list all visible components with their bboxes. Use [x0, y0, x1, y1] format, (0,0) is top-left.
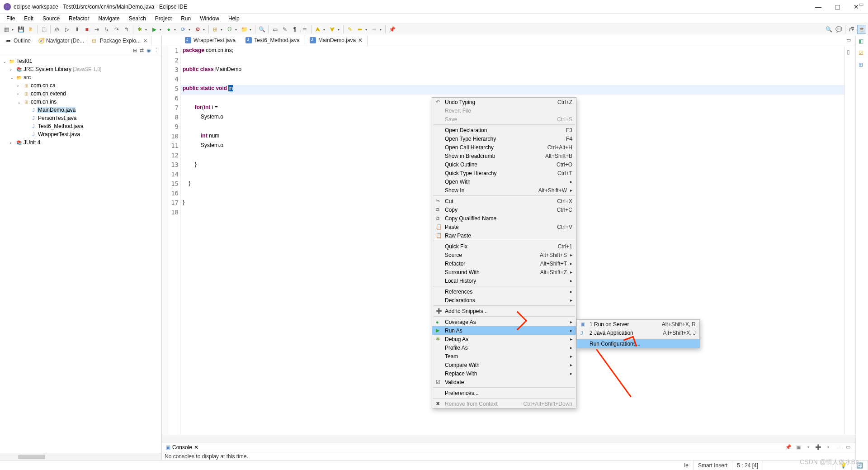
open-console-button[interactable]: ➕ [815, 444, 822, 451]
console-tab[interactable]: ▣Console✕ [162, 443, 202, 451]
minimize-console-button[interactable]: — [835, 444, 842, 451]
ext-tools-button[interactable]: ⚙ [193, 25, 202, 34]
new-folder-button[interactable]: 📁 [240, 25, 249, 34]
menu-item-undo-typing[interactable]: ↶Undo TypingCtrl+Z [432, 98, 576, 106]
menu-search[interactable]: Search [125, 14, 150, 23]
menu-item-copy[interactable]: ⧉CopyCtrl+C [432, 205, 576, 214]
pin-console-button[interactable]: 📌 [785, 444, 792, 451]
run-button[interactable]: ▶ [150, 25, 159, 34]
menu-item-refactor[interactable]: RefactorAlt+Shift+T▸ [432, 259, 576, 268]
new-dd[interactable]: ▾ [12, 28, 15, 32]
an-dd[interactable]: ▾ [338, 28, 341, 32]
expand-icon[interactable]: › [10, 140, 15, 145]
npkg-dd[interactable]: ▾ [221, 28, 224, 32]
menu-item-quick-outline[interactable]: Quick OutlineCtrl+O [432, 160, 576, 169]
wrap-button[interactable]: ≣ [300, 25, 309, 34]
menu-project[interactable]: Project [151, 14, 175, 23]
debug-dd[interactable]: ▾ [145, 28, 149, 32]
fw-dd[interactable]: ▾ [380, 28, 383, 32]
tab-navigator[interactable]: 🧭Navigator (De... [34, 36, 88, 45]
menu-item-show-in[interactable]: Show InAlt+Shift+W▸ [432, 186, 576, 195]
menu-item-show-in-breadcrumb[interactable]: Show in BreadcrumbAlt+Shift+B [432, 152, 576, 160]
menu-help[interactable]: Help [225, 14, 243, 23]
annotation-prev-button[interactable]: ⮝ [313, 25, 322, 34]
expand-icon[interactable]: › [17, 91, 23, 96]
collapse-all-button[interactable]: ⊟ [133, 47, 137, 53]
new-package-button[interactable]: ⊞ [211, 25, 220, 34]
disconnect-button[interactable]: ⇥ [92, 25, 101, 34]
focus-task-button[interactable]: ◉ [146, 47, 151, 53]
resume-button[interactable]: ▷ [62, 25, 71, 34]
menu-item-source[interactable]: SourceAlt+Shift+S▸ [432, 251, 576, 259]
menu-item-preferences[interactable]: Preferences... [432, 389, 576, 397]
tab-outline[interactable]: ≔Outline [2, 36, 34, 45]
menu-navigate[interactable]: Navigate [94, 14, 123, 23]
step-return-button[interactable]: ↰ [122, 25, 131, 34]
menu-item-raw-paste[interactable]: 📋Raw Paste [432, 231, 576, 240]
menu-item-declarations[interactable]: Declarations▸ [432, 296, 576, 304]
editor-tab-wrapper[interactable]: WrapperTest.java [180, 35, 241, 46]
menu-item-compare-with[interactable]: Compare With▸ [432, 361, 576, 369]
tab-package-explorer[interactable]: ⊞Package Explo...✕ [88, 36, 151, 45]
outline-fastview-icon[interactable]: ◧ [859, 38, 866, 45]
run-last-dd[interactable]: ▾ [189, 28, 192, 32]
scrollbar-thumb[interactable] [18, 455, 45, 459]
tree-file-main[interactable]: MainDemo.java [37, 107, 75, 113]
close-tab-icon[interactable]: ✕ [194, 444, 198, 451]
menu-edit[interactable]: Edit [20, 14, 37, 23]
command-button[interactable]: 💬 [834, 25, 843, 34]
toggle-block-button[interactable]: ▭ [270, 25, 279, 34]
menu-item-add-to-snippets[interactable]: ➕Add to Snippets... [432, 307, 576, 315]
open-perspective-button[interactable]: 🗗 [847, 25, 856, 34]
debug-button[interactable]: ✱ [135, 25, 144, 34]
menu-item-quick-fix[interactable]: Quick FixCtrl+1 [432, 242, 576, 251]
last-edit-button[interactable]: ✎ [345, 25, 354, 34]
oc-dd[interactable]: ▾ [825, 444, 832, 451]
step-into-button[interactable]: ↳ [102, 25, 111, 34]
nfld-dd[interactable]: ▾ [250, 28, 253, 32]
menu-item-open-type-hierarchy[interactable]: Open Type HierarchyF4 [432, 134, 576, 143]
tree-file-wrap[interactable]: WrapperTest.java [37, 131, 80, 138]
editor-tab-test6[interactable]: Test6_Method.java [241, 35, 305, 46]
editor-context-menu[interactable]: ↶Undo TypingCtrl+ZRevert FileSaveCtrl+SO… [432, 97, 576, 408]
menu-item-surround-with[interactable]: Surround WithAlt+Shift+Z▸ [432, 268, 576, 276]
tree-pkg-ca[interactable]: com.cn.ca [30, 82, 56, 89]
menu-item-local-history[interactable]: Local History▸ [432, 276, 576, 285]
package-explorer-tree[interactable]: ⌄📁Test01 ›📚JRE System Library [JavaSE-1.… [0, 55, 161, 453]
new-button[interactable]: ▦ [2, 25, 11, 34]
task-list-fastview-icon[interactable]: ☑ [859, 50, 866, 57]
view-menu-button[interactable]: ⋮ [154, 47, 159, 53]
expand-icon[interactable]: ⌄ [17, 100, 23, 104]
menu-item-profile-as[interactable]: Profile As▸ [432, 343, 576, 352]
save-all-button[interactable]: 🗎 [26, 25, 35, 34]
tree-src[interactable]: src [23, 74, 31, 81]
tree-file-person[interactable]: PersonTest.java [37, 115, 76, 121]
tree-project[interactable]: Test01 [15, 58, 32, 64]
step-over-button[interactable]: ↷ [112, 25, 121, 34]
editor-tab-main[interactable]: MainDemo.java✕ [305, 35, 368, 46]
tree-file-t6[interactable]: Test6_Method.java [37, 123, 84, 129]
ext-dd[interactable]: ▾ [203, 28, 207, 32]
suspend-button[interactable]: ⏸ [72, 25, 81, 34]
menu-item-quick-type-hierarchy[interactable]: Quick Type HierarchyCtrl+T [432, 169, 576, 177]
menu-item-coverage-as[interactable]: ●Coverage As▸ [432, 318, 576, 326]
left-scrollbar[interactable] [0, 453, 161, 460]
maximize-button[interactable]: ▢ [832, 3, 843, 10]
java-perspective-button[interactable]: ☕ [857, 25, 866, 34]
bk-dd[interactable]: ▾ [365, 28, 369, 32]
editor-scrollbar[interactable] [162, 435, 855, 442]
menu-item-validate[interactable]: ☑Validate [432, 378, 576, 386]
menu-window[interactable]: Window [196, 14, 223, 23]
menu-item-copy-qualified-name[interactable]: ⧉Copy Qualified Name [432, 214, 576, 223]
menu-file[interactable]: File [3, 14, 19, 23]
menu-refactor[interactable]: Refactor [65, 14, 93, 23]
terminate-button[interactable]: ■ [82, 25, 91, 34]
search-button[interactable]: 🔍 [257, 25, 266, 34]
link-editor-button[interactable]: ⇄ [140, 47, 144, 53]
expand-icon[interactable]: ⌄ [3, 59, 8, 64]
menu-item-open-call-hierarchy[interactable]: Open Call HierarchyCtrl+Alt+H [432, 143, 576, 152]
menu-source[interactable]: Source [39, 14, 63, 23]
annotation-next-button[interactable]: ⮟ [328, 25, 337, 34]
pin-editor-button[interactable]: 📌 [387, 25, 396, 34]
tree-junit[interactable]: JUnit 4 [23, 139, 40, 146]
